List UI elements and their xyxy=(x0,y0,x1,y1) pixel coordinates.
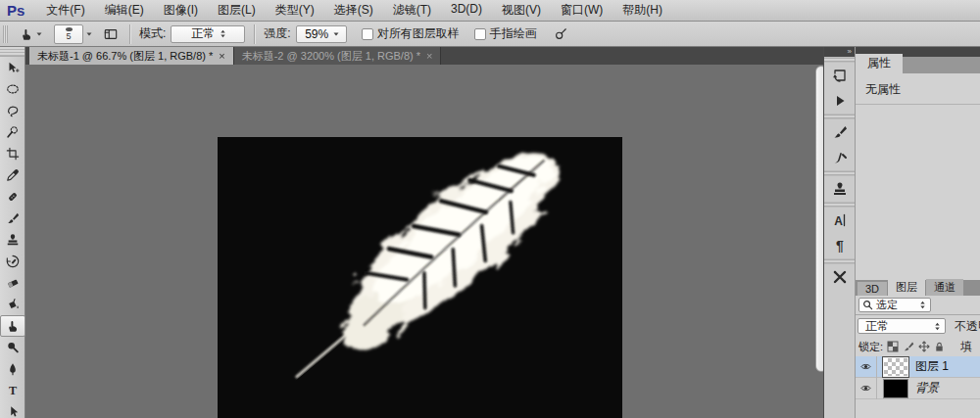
document-tab-title: 未标题-1 @ 66.7% (图层 1, RGB/8) * xyxy=(37,49,213,64)
tool-smudge[interactable] xyxy=(0,315,25,337)
tool-healing-brush[interactable] xyxy=(0,186,25,208)
document-tab-2[interactable]: 未标题-2 @ 3200% (图层 1, RGB/8) *× xyxy=(234,47,442,65)
tool-brush[interactable] xyxy=(0,208,25,229)
panel-button-brush-presets[interactable] xyxy=(824,145,856,170)
strength-value: 59% xyxy=(305,27,328,41)
menu-item-7[interactable]: 3D(D) xyxy=(441,2,492,19)
lock-transparency-icon[interactable] xyxy=(887,341,899,352)
close-icon[interactable]: × xyxy=(426,50,432,62)
tool-history-brush[interactable] xyxy=(0,251,25,272)
mode-label: 模式: xyxy=(139,25,166,42)
tool-eyedropper[interactable] xyxy=(0,164,25,186)
healing-brush-icon xyxy=(6,190,20,204)
close-icon[interactable]: × xyxy=(219,50,224,62)
menu-item-5[interactable]: 选择(S) xyxy=(324,2,383,19)
toggle-brush-panel-button[interactable] xyxy=(101,26,121,42)
panel-button-actions[interactable] xyxy=(824,88,856,114)
menu-item-6[interactable]: 滤镜(T) xyxy=(383,2,441,19)
photoshop-window: Ps 文件(F)编辑(E)图像(I)图层(L)类型(Y)选择(S)滤镜(T)3D… xyxy=(0,0,980,418)
layer-name[interactable]: 图层 1 xyxy=(915,358,949,375)
document-canvas[interactable] xyxy=(218,137,622,418)
menu-bar-items: 文件(F)编辑(E)图像(I)图层(L)类型(Y)选择(S)滤镜(T)3D(D)… xyxy=(36,2,672,19)
vertical-scrollbar[interactable] xyxy=(809,65,821,418)
tool-path-selection[interactable] xyxy=(0,401,25,418)
strength-input[interactable]: 59% xyxy=(296,25,347,43)
menu-item-2[interactable]: 图像(I) xyxy=(154,2,208,19)
tool-type[interactable]: T xyxy=(0,380,25,401)
tool-move[interactable] xyxy=(0,57,25,78)
blend-mode-value: 正常 xyxy=(865,318,889,335)
tool-lasso[interactable] xyxy=(0,100,25,121)
tool-crop[interactable] xyxy=(0,143,25,164)
panel-button-brush-panel[interactable] xyxy=(824,119,856,145)
blend-mode-select[interactable]: 正常 xyxy=(858,318,946,334)
crop-icon xyxy=(6,147,20,161)
lock-all-icon[interactable] xyxy=(934,341,945,352)
type-icon: T xyxy=(6,384,20,397)
finger-painting-label: 手指绘画 xyxy=(490,25,537,42)
eye-icon xyxy=(859,383,872,394)
tool-pen[interactable] xyxy=(0,358,25,380)
brush-panel-icon xyxy=(832,124,848,140)
panel-button-history[interactable] xyxy=(824,63,856,88)
visibility-toggle[interactable] xyxy=(856,378,877,399)
feather-image xyxy=(218,137,622,418)
layer-filter-select[interactable]: 选定 xyxy=(858,298,931,312)
menu-item-10[interactable]: 帮助(H) xyxy=(612,2,672,19)
tool-marquee[interactable] xyxy=(0,78,25,100)
menu-item-4[interactable]: 类型(Y) xyxy=(266,2,324,19)
layer-name[interactable]: 背景 xyxy=(915,380,939,396)
visibility-toggle[interactable] xyxy=(856,356,877,378)
tab-properties[interactable]: 属性 xyxy=(856,54,903,73)
menu-item-3[interactable]: 图层(L) xyxy=(208,2,266,19)
layer-filter-row: 选定 xyxy=(856,296,980,315)
ps-logo: Ps xyxy=(7,2,24,19)
quick-selection-icon xyxy=(6,125,20,139)
lock-paint-icon[interactable] xyxy=(903,341,914,352)
path-selection-icon xyxy=(6,405,20,418)
layer-thumbnail[interactable] xyxy=(883,357,908,377)
tool-eraser[interactable] xyxy=(0,272,25,294)
dock-collapse-button[interactable]: » xyxy=(824,47,855,57)
tool-dodge[interactable] xyxy=(0,337,25,358)
panel-button-tool-presets[interactable] xyxy=(824,264,856,290)
tools-panel: T xyxy=(0,47,25,418)
brush-panel-icon xyxy=(104,27,118,41)
tools-panel-header[interactable] xyxy=(0,47,24,57)
tab-通道[interactable]: 通道 xyxy=(926,279,963,296)
document-tab-1[interactable]: 未标题-1 @ 66.7% (图层 1, RGB/8) *× xyxy=(29,47,234,65)
lock-label: 锁定: xyxy=(858,340,883,354)
menu-item-8[interactable]: 视图(V) xyxy=(492,2,551,19)
panel-button-character[interactable]: A xyxy=(824,208,856,233)
menu-item-1[interactable]: 编辑(E) xyxy=(95,2,154,19)
divider xyxy=(129,24,130,44)
brush-size-picker[interactable]: 5 xyxy=(51,23,96,45)
lock-position-icon[interactable] xyxy=(918,341,930,352)
menu-item-9[interactable]: 窗口(W) xyxy=(551,2,612,19)
panel-button-paragraph[interactable]: ¶ xyxy=(824,233,856,258)
opacity-label: 不透明 xyxy=(955,318,980,335)
tools-list: T xyxy=(0,57,24,418)
tool-preset-button[interactable] xyxy=(17,26,46,42)
finger-painting-checkbox[interactable] xyxy=(474,28,486,40)
panel-button-clone-source[interactable] xyxy=(824,176,856,202)
pen-icon xyxy=(6,362,20,376)
layer-row-2[interactable]: 背景 xyxy=(856,378,980,399)
sample-all-layers-checkbox[interactable] xyxy=(362,28,373,40)
tab-3D[interactable]: 3D xyxy=(858,282,887,296)
airbrush-icon[interactable] xyxy=(554,27,567,41)
mode-select[interactable]: 正常 xyxy=(171,25,245,43)
svg-text:A: A xyxy=(834,214,843,228)
tool-clone-stamp[interactable] xyxy=(0,229,25,251)
panel-dock-strip: » A¶ xyxy=(823,47,855,418)
paragraph-icon: ¶ xyxy=(832,238,848,254)
layer-row-1[interactable]: 图层 1 xyxy=(856,356,980,378)
layer-thumbnail[interactable] xyxy=(883,379,908,398)
tool-paint-bucket[interactable] xyxy=(0,294,25,315)
blend-mode-row: 正常 不透明 xyxy=(856,315,980,337)
tab-图层[interactable]: 图层 xyxy=(888,279,925,296)
tool-quick-selection[interactable] xyxy=(0,121,25,143)
clone-stamp-icon xyxy=(6,233,20,247)
menu-item-0[interactable]: 文件(F) xyxy=(36,2,94,19)
character-icon: A xyxy=(832,212,848,228)
